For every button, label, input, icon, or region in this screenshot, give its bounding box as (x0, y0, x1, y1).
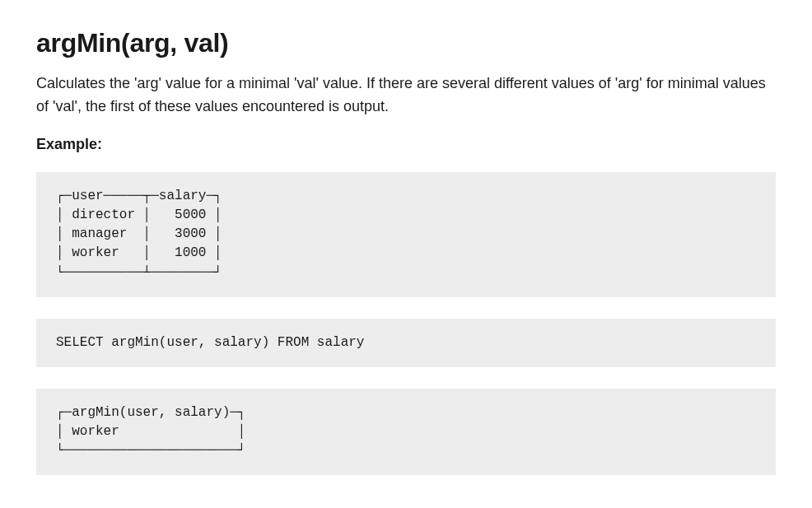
code-block-query: SELECT argMin(user, salary) FROM salary (36, 319, 776, 367)
function-description: Calculates the 'arg' value for a minimal… (36, 72, 776, 119)
page-heading: argMin(arg, val) (36, 23, 776, 63)
code-block-table-input: ┌─user─────┬─salary─┐ │ director │ 5000 … (36, 172, 776, 297)
code-block-result: ┌─argMin(user, salary)─┐ │ worker │ └───… (36, 389, 776, 476)
example-label: Example: (36, 133, 776, 156)
